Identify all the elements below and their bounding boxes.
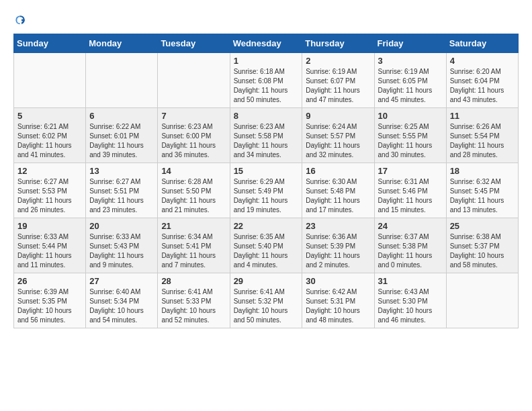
calendar-cell: 16Sunrise: 6:30 AM Sunset: 5:48 PM Dayli… — [302, 163, 374, 218]
calendar-cell: 14Sunrise: 6:28 AM Sunset: 5:50 PM Dayli… — [158, 163, 230, 218]
day-info: Sunrise: 6:35 AM Sunset: 5:40 PM Dayligh… — [234, 232, 299, 270]
day-number: 10 — [378, 111, 443, 121]
day-info: Sunrise: 6:18 AM Sunset: 6:08 PM Dayligh… — [234, 67, 299, 105]
calendar-cell: 23Sunrise: 6:36 AM Sunset: 5:39 PM Dayli… — [302, 218, 374, 273]
day-header-tuesday: Tuesday — [158, 34, 230, 53]
day-info: Sunrise: 6:43 AM Sunset: 5:30 PM Dayligh… — [378, 287, 443, 325]
calendar-cell: 18Sunrise: 6:32 AM Sunset: 5:45 PM Dayli… — [446, 163, 518, 218]
day-number: 8 — [234, 111, 299, 121]
calendar-week-5: 26Sunrise: 6:39 AM Sunset: 5:35 PM Dayli… — [14, 273, 519, 328]
day-info: Sunrise: 6:32 AM Sunset: 5:45 PM Dayligh… — [450, 177, 515, 215]
calendar-cell: 27Sunrise: 6:40 AM Sunset: 5:34 PM Dayli… — [86, 273, 158, 328]
day-header-monday: Monday — [86, 34, 158, 53]
calendar-cell: 26Sunrise: 6:39 AM Sunset: 5:35 PM Dayli… — [14, 273, 86, 328]
day-info: Sunrise: 6:42 AM Sunset: 5:31 PM Dayligh… — [306, 287, 370, 325]
calendar-cell: 2Sunrise: 6:19 AM Sunset: 6:07 PM Daylig… — [302, 53, 374, 108]
day-info: Sunrise: 6:29 AM Sunset: 5:49 PM Dayligh… — [234, 177, 299, 215]
day-number: 19 — [17, 221, 82, 231]
calendar-cell: 6Sunrise: 6:22 AM Sunset: 6:01 PM Daylig… — [86, 108, 158, 163]
calendar-cell: 12Sunrise: 6:27 AM Sunset: 5:53 PM Dayli… — [14, 163, 86, 218]
day-info: Sunrise: 6:41 AM Sunset: 5:33 PM Dayligh… — [161, 287, 226, 325]
day-number: 17 — [378, 166, 443, 176]
calendar-cell: 20Sunrise: 6:33 AM Sunset: 5:43 PM Dayli… — [86, 218, 158, 273]
day-header-thursday: Thursday — [302, 34, 374, 53]
day-info: Sunrise: 6:34 AM Sunset: 5:41 PM Dayligh… — [161, 232, 226, 270]
day-info: Sunrise: 6:21 AM Sunset: 6:02 PM Dayligh… — [17, 122, 82, 160]
calendar-cell: 4Sunrise: 6:20 AM Sunset: 6:04 PM Daylig… — [446, 53, 518, 108]
day-info: Sunrise: 6:37 AM Sunset: 5:38 PM Dayligh… — [378, 232, 443, 270]
calendar-cell: 10Sunrise: 6:25 AM Sunset: 5:55 PM Dayli… — [374, 108, 446, 163]
day-header-saturday: Saturday — [446, 34, 518, 53]
day-number: 13 — [89, 166, 154, 176]
day-header-wednesday: Wednesday — [230, 34, 302, 53]
calendar-cell: 9Sunrise: 6:24 AM Sunset: 5:57 PM Daylig… — [302, 108, 374, 163]
page-header — [13, 13, 519, 27]
day-number: 2 — [306, 56, 370, 66]
calendar-cell: 30Sunrise: 6:42 AM Sunset: 5:31 PM Dayli… — [302, 273, 374, 328]
day-number: 31 — [378, 276, 443, 286]
day-number: 25 — [450, 221, 515, 231]
calendar-cell: 5Sunrise: 6:21 AM Sunset: 6:02 PM Daylig… — [14, 108, 86, 163]
day-number: 1 — [234, 56, 299, 66]
day-info: Sunrise: 6:41 AM Sunset: 5:32 PM Dayligh… — [234, 287, 299, 325]
day-info: Sunrise: 6:38 AM Sunset: 5:37 PM Dayligh… — [450, 232, 515, 270]
day-info: Sunrise: 6:23 AM Sunset: 6:00 PM Dayligh… — [161, 122, 226, 160]
calendar-cell: 22Sunrise: 6:35 AM Sunset: 5:40 PM Dayli… — [230, 218, 302, 273]
day-info: Sunrise: 6:30 AM Sunset: 5:48 PM Dayligh… — [306, 177, 370, 215]
logo-icon — [13, 13, 27, 27]
day-header-sunday: Sunday — [14, 34, 86, 53]
day-info: Sunrise: 6:27 AM Sunset: 5:53 PM Dayligh… — [17, 177, 82, 215]
day-info: Sunrise: 6:24 AM Sunset: 5:57 PM Dayligh… — [306, 122, 370, 160]
day-number: 18 — [450, 166, 515, 176]
day-number: 12 — [17, 166, 82, 176]
day-info: Sunrise: 6:26 AM Sunset: 5:54 PM Dayligh… — [450, 122, 515, 160]
day-info: Sunrise: 6:36 AM Sunset: 5:39 PM Dayligh… — [306, 232, 370, 270]
day-number: 14 — [161, 166, 226, 176]
calendar-table: SundayMondayTuesdayWednesdayThursdayFrid… — [13, 34, 519, 328]
calendar-cell: 29Sunrise: 6:41 AM Sunset: 5:32 PM Dayli… — [230, 273, 302, 328]
day-number: 7 — [161, 111, 226, 121]
calendar-header-row: SundayMondayTuesdayWednesdayThursdayFrid… — [14, 34, 519, 53]
day-info: Sunrise: 6:28 AM Sunset: 5:50 PM Dayligh… — [161, 177, 226, 215]
day-number: 16 — [306, 166, 370, 176]
day-number: 3 — [378, 56, 443, 66]
day-info: Sunrise: 6:33 AM Sunset: 5:43 PM Dayligh… — [89, 232, 154, 270]
calendar-cell: 3Sunrise: 6:19 AM Sunset: 6:05 PM Daylig… — [374, 53, 446, 108]
calendar-cell: 31Sunrise: 6:43 AM Sunset: 5:30 PM Dayli… — [374, 273, 446, 328]
day-info: Sunrise: 6:19 AM Sunset: 6:05 PM Dayligh… — [378, 67, 443, 105]
calendar-cell: 25Sunrise: 6:38 AM Sunset: 5:37 PM Dayli… — [446, 218, 518, 273]
day-header-friday: Friday — [374, 34, 446, 53]
day-info: Sunrise: 6:27 AM Sunset: 5:51 PM Dayligh… — [89, 177, 154, 215]
day-number: 9 — [306, 111, 370, 121]
day-number: 4 — [450, 56, 515, 66]
calendar-cell: 19Sunrise: 6:33 AM Sunset: 5:44 PM Dayli… — [14, 218, 86, 273]
calendar-cell: 13Sunrise: 6:27 AM Sunset: 5:51 PM Dayli… — [86, 163, 158, 218]
day-info: Sunrise: 6:31 AM Sunset: 5:46 PM Dayligh… — [378, 177, 443, 215]
calendar-cell: 17Sunrise: 6:31 AM Sunset: 5:46 PM Dayli… — [374, 163, 446, 218]
calendar-cell — [86, 53, 158, 108]
calendar-cell: 24Sunrise: 6:37 AM Sunset: 5:38 PM Dayli… — [374, 218, 446, 273]
day-number: 24 — [378, 221, 443, 231]
day-info: Sunrise: 6:19 AM Sunset: 6:07 PM Dayligh… — [306, 67, 370, 105]
day-info: Sunrise: 6:23 AM Sunset: 5:58 PM Dayligh… — [234, 122, 299, 160]
day-number: 29 — [234, 276, 299, 286]
day-number: 21 — [161, 221, 226, 231]
day-number: 22 — [234, 221, 299, 231]
day-info: Sunrise: 6:33 AM Sunset: 5:44 PM Dayligh… — [17, 232, 82, 270]
calendar-cell: 11Sunrise: 6:26 AM Sunset: 5:54 PM Dayli… — [446, 108, 518, 163]
day-info: Sunrise: 6:40 AM Sunset: 5:34 PM Dayligh… — [89, 287, 154, 325]
day-number: 26 — [17, 276, 82, 286]
calendar-cell — [14, 53, 86, 108]
day-info: Sunrise: 6:25 AM Sunset: 5:55 PM Dayligh… — [378, 122, 443, 160]
calendar-week-4: 19Sunrise: 6:33 AM Sunset: 5:44 PM Dayli… — [14, 218, 519, 273]
day-number: 5 — [17, 111, 82, 121]
day-number: 6 — [89, 111, 154, 121]
day-number: 30 — [306, 276, 370, 286]
day-info: Sunrise: 6:22 AM Sunset: 6:01 PM Dayligh… — [89, 122, 154, 160]
day-number: 15 — [234, 166, 299, 176]
calendar-cell — [446, 273, 518, 328]
calendar-cell: 21Sunrise: 6:34 AM Sunset: 5:41 PM Dayli… — [158, 218, 230, 273]
calendar-week-1: 1Sunrise: 6:18 AM Sunset: 6:08 PM Daylig… — [14, 53, 519, 108]
calendar-week-2: 5Sunrise: 6:21 AM Sunset: 6:02 PM Daylig… — [14, 108, 519, 163]
calendar-cell: 7Sunrise: 6:23 AM Sunset: 6:00 PM Daylig… — [158, 108, 230, 163]
